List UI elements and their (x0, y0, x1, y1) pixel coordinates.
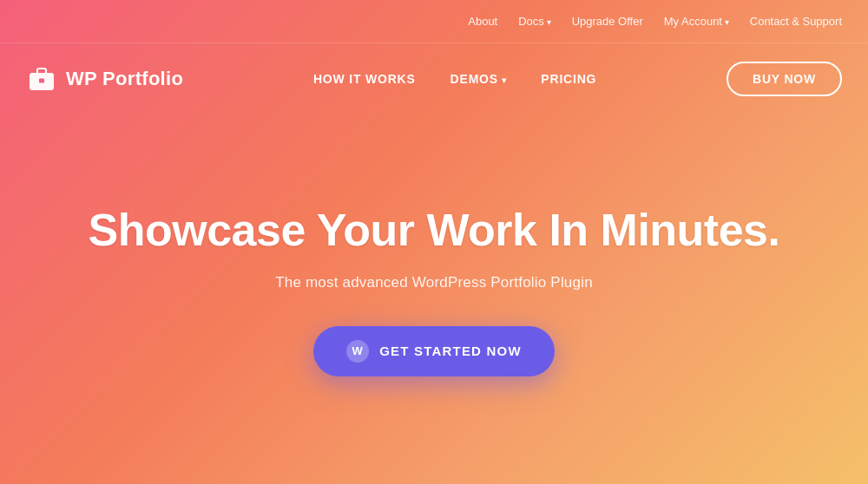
logo-text: WP Portfolio (66, 68, 183, 90)
top-nav: About Docs Upgrade Offer My Account Cont… (0, 0, 868, 43)
hero-subtitle: The most advanced WordPress Portfolio Pl… (275, 274, 593, 291)
nav-contact-support[interactable]: Contact & Support (750, 15, 842, 28)
nav-pricing[interactable]: PRICING (541, 72, 596, 86)
main-nav-links: HOW IT WORKS DEMOS PRICING (313, 72, 596, 86)
nav-how-it-works[interactable]: HOW IT WORKS (313, 72, 416, 86)
nav-demos[interactable]: DEMOS (450, 72, 507, 86)
svg-rect-2 (39, 79, 44, 83)
cta-label: GET STARTED NOW (379, 343, 522, 358)
nav-docs[interactable]: Docs (518, 15, 550, 28)
nav-upgrade-offer[interactable]: Upgrade Offer (572, 15, 643, 28)
get-started-button[interactable]: W GET STARTED NOW (313, 326, 555, 376)
page-wrapper: About Docs Upgrade Offer My Account Cont… (0, 0, 868, 484)
main-nav: WP Portfolio HOW IT WORKS DEMOS PRICING … (0, 43, 868, 114)
hero-title: Showcase Your Work In Minutes. (89, 205, 780, 257)
wordpress-icon: W (346, 340, 369, 363)
hero-section: Showcase Your Work In Minutes. The most … (0, 114, 868, 484)
logo-icon (26, 63, 57, 95)
buy-now-button[interactable]: BUY NOW (727, 62, 842, 96)
nav-about[interactable]: About (468, 15, 497, 28)
nav-my-account[interactable]: My Account (664, 15, 729, 28)
logo[interactable]: WP Portfolio (26, 63, 183, 95)
